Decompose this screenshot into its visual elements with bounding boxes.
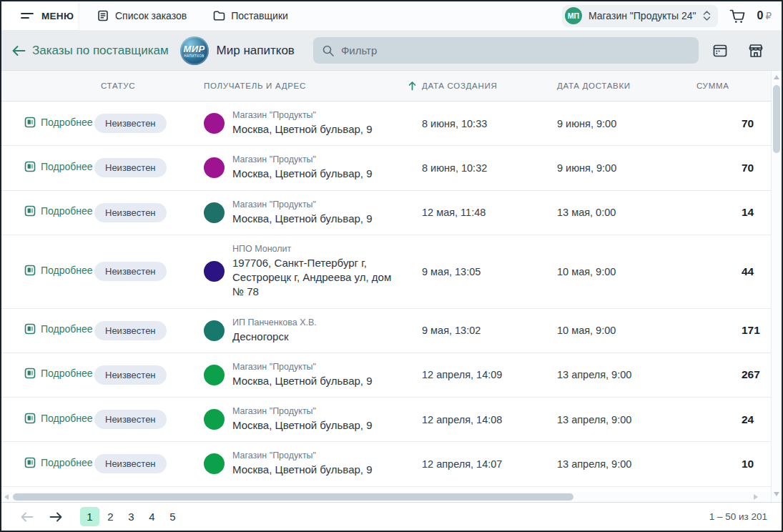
details-icon <box>24 323 36 335</box>
row-status-cell: Неизвестен <box>94 262 204 281</box>
row-sum: 70 <box>696 117 782 130</box>
page-button-3[interactable]: 3 <box>122 507 141 526</box>
orders-list-icon <box>97 9 109 22</box>
cart-icon <box>729 9 746 24</box>
row-detail-cell: Подробнее <box>1 413 94 427</box>
recipient-avatar <box>204 261 225 282</box>
row-sum: 14 <box>696 206 782 219</box>
top-nav: Список заказов Поставщики <box>97 9 288 22</box>
recipient-avatar <box>204 453 225 474</box>
recipient-avatar <box>204 409 225 430</box>
horizontal-scrollbar[interactable] <box>1 492 774 502</box>
details-button[interactable]: Подробнее <box>24 413 93 424</box>
recipient-address: Москва, Цветной бульвар, 9 <box>232 463 373 477</box>
details-button[interactable]: Подробнее <box>24 205 93 217</box>
row-delivery-date: 13 апреля, 9:00 <box>557 458 696 470</box>
vertical-scrollbar[interactable] <box>771 71 782 502</box>
filter-search-box[interactable] <box>313 37 699 64</box>
table-row[interactable]: Подробнее Магазин "Продукты 24" <box>1 487 782 493</box>
search-icon <box>322 44 335 57</box>
details-button[interactable]: Подробнее <box>24 161 93 172</box>
pagination-prev-button[interactable] <box>16 511 39 523</box>
row-created-date: 12 апреля, 14:07 <box>422 458 557 470</box>
details-label: Подробнее <box>41 117 93 128</box>
row-recipient-cell: Магазин "Продукты" Москва, Цветной бульв… <box>204 146 422 189</box>
table-row[interactable]: Подробнее Неизвестен Магазин "Продукты" … <box>1 442 782 486</box>
row-sum: 24 <box>696 413 782 426</box>
table-row[interactable]: Подробнее Неизвестен ИП Панченкова Х.В. … <box>1 309 782 353</box>
table-row[interactable]: Подробнее Неизвестен Магазин "Продукты" … <box>1 102 782 146</box>
scroll-down-arrow-icon[interactable] <box>774 492 779 496</box>
cart-button[interactable] <box>729 9 746 24</box>
scroll-left-arrow-icon[interactable] <box>4 494 9 500</box>
row-created-date: 12 апреля, 14:09 <box>422 369 557 380</box>
pagination-range-label: 1 – 50 из 201 <box>709 511 767 522</box>
scroll-right-arrow-icon[interactable] <box>754 494 758 500</box>
row-delivery-date: 13 мая, 0:00 <box>557 207 696 218</box>
vertical-scrollbar-thumb[interactable] <box>773 85 780 153</box>
back-link[interactable]: Заказы по поставщикам <box>11 44 169 58</box>
page-button-2[interactable]: 2 <box>101 507 120 526</box>
row-detail-cell: Подробнее <box>1 368 94 382</box>
recipient-name: Магазин "Продукты" <box>232 362 373 372</box>
top-bar: МЕНЮ Список заказов Поставщики МП Магази… <box>1 1 782 31</box>
details-icon <box>24 265 36 276</box>
cart-total: 0 ₽ <box>757 9 772 22</box>
horizontal-scrollbar-thumb[interactable] <box>13 493 573 501</box>
row-sum: 44 <box>696 265 782 278</box>
details-icon <box>24 368 36 379</box>
details-label: Подробнее <box>41 265 93 276</box>
recipient-address: Десногорск <box>232 330 317 344</box>
supplier-header: МИР напитков Мир напитков <box>180 36 295 65</box>
nav-suppliers-label: Поставщики <box>231 10 288 21</box>
details-button[interactable]: Подробнее <box>24 323 93 335</box>
table-row[interactable]: Подробнее Неизвестен НПО Монолит 197706,… <box>1 235 782 309</box>
orders-table: СТАТУС ПОЛУЧАТЕЛЬ И АДРЕС ДАТА СОЗДАНИЯ … <box>1 71 782 502</box>
table-row[interactable]: Подробнее Неизвестен Магазин "Продукты" … <box>1 398 782 442</box>
row-delivery-date: 13 апреля, 9:00 <box>557 414 696 425</box>
page-button-5[interactable]: 5 <box>163 507 182 526</box>
recipient-address: Москва, Цветной бульвар, 9 <box>232 212 373 226</box>
nav-orders-label: Список заказов <box>115 10 187 21</box>
table-row[interactable]: Подробнее Неизвестен Магазин "Продукты" … <box>1 146 782 190</box>
supplier-logo: МИР напитков <box>180 36 209 65</box>
store-selector-label: Магазин "Продукты 24" <box>589 10 696 21</box>
recipient-address: Москва, Цветной бульвар, 9 <box>232 374 373 388</box>
details-icon <box>24 413 36 424</box>
row-detail-cell: Подробнее <box>1 117 94 131</box>
pagination-next-button[interactable] <box>44 511 67 523</box>
filter-input[interactable] <box>341 44 690 56</box>
view-actions <box>711 42 772 59</box>
page-buttons: 12345 <box>80 507 182 526</box>
menu-button[interactable]: МЕНЮ <box>1 1 78 30</box>
row-sum: 10 <box>696 458 782 471</box>
table-view-button[interactable] <box>711 42 729 59</box>
details-button[interactable]: Подробнее <box>24 368 93 379</box>
row-recipient-cell: Магазин "Продукты" Москва, Цветной бульв… <box>204 398 422 441</box>
details-label: Подробнее <box>41 205 93 217</box>
recipient-text: Магазин "Продукты" Москва, Цветной бульв… <box>232 200 373 226</box>
details-button[interactable]: Подробнее <box>24 457 93 468</box>
row-detail-cell: Подробнее <box>1 265 94 279</box>
row-delivery-date: 10 мая, 9:00 <box>557 325 696 336</box>
page-button-4[interactable]: 4 <box>142 507 162 526</box>
recipient-address: Москва, Цветной бульвар, 9 <box>232 167 373 181</box>
nav-orders-list[interactable]: Список заказов <box>97 9 187 22</box>
table-row[interactable]: Подробнее Неизвестен Магазин "Продукты" … <box>1 353 782 398</box>
scroll-up-arrow-icon[interactable] <box>774 75 779 79</box>
row-created-date: 9 мая, 13:02 <box>422 325 557 336</box>
recipient-address: Москва, Цветной бульвар, 9 <box>232 122 373 137</box>
table-header-row: СТАТУС ПОЛУЧАТЕЛЬ И АДРЕС ДАТА СОЗДАНИЯ … <box>1 71 782 102</box>
row-created-date: 8 июня, 10:32 <box>422 162 557 174</box>
recipient-text: ИП Панченкова Х.В. Десногорск <box>232 317 317 344</box>
store-selector[interactable]: МП Магазин "Продукты 24" <box>562 5 718 27</box>
cart-amount: 0 <box>757 9 764 22</box>
page-button-1[interactable]: 1 <box>80 507 99 526</box>
storefront-button[interactable] <box>747 42 764 59</box>
details-button[interactable]: Подробнее <box>24 265 93 276</box>
nav-suppliers[interactable]: Поставщики <box>212 9 288 22</box>
row-status-cell: Неизвестен <box>94 203 204 222</box>
details-button[interactable]: Подробнее <box>24 117 93 128</box>
table-row[interactable]: Подробнее Неизвестен Магазин "Продукты" … <box>1 191 782 235</box>
header-created-sort[interactable]: ДАТА СОЗДАНИЯ <box>422 82 557 90</box>
